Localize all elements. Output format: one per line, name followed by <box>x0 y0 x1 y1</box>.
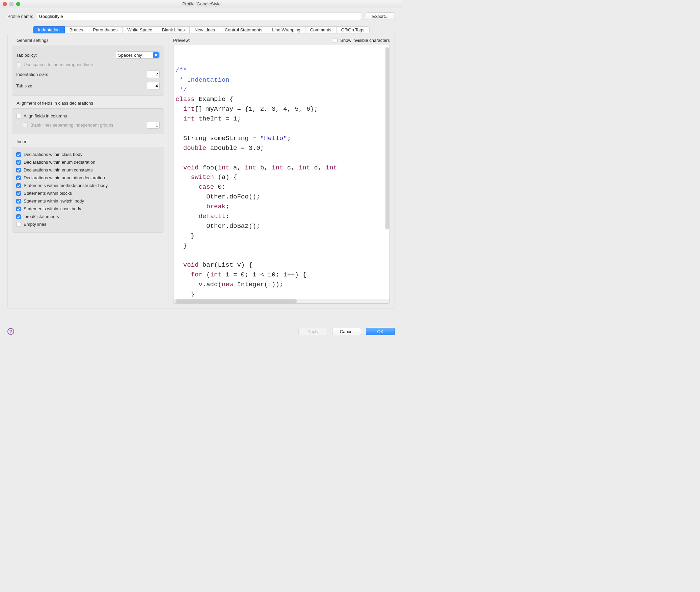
left-column: General settings Tab policy: Spaces only… <box>8 38 168 304</box>
tab-off-on-tags[interactable]: Off/On Tags <box>336 26 370 33</box>
indent-label: Empty lines <box>24 222 46 227</box>
show-invisible-checkbox[interactable] <box>333 38 338 43</box>
indent-item: 'break' statements <box>16 213 160 220</box>
tabstrip: IndentationBracesParenthesesWhite SpaceB… <box>7 26 395 33</box>
use-spaces-wrapped-checkbox <box>16 62 21 67</box>
indent-label: Statements within 'case' body <box>24 206 81 211</box>
alignment-title: Alignment of fields in class declaration… <box>12 101 164 108</box>
indent-item: Declarations within class body <box>16 151 160 158</box>
tab-white-space[interactable]: White Space <box>123 26 157 33</box>
preview-label: Preview: <box>173 38 190 43</box>
ok-button[interactable]: OK <box>366 328 395 335</box>
indent-checkbox[interactable] <box>16 183 21 188</box>
use-spaces-wrapped-label: Use spaces to indent wrapped lines <box>24 62 93 67</box>
tab-policy-select[interactable]: Spaces only <box>116 51 160 59</box>
tab-policy-value: Spaces only <box>118 53 142 58</box>
panel: General settings Tab policy: Spaces only… <box>7 33 395 309</box>
indent-checkbox[interactable] <box>16 191 21 196</box>
tab-braces[interactable]: Braces <box>65 26 88 33</box>
general-settings-group: Tab policy: Spaces only Use spaces to in… <box>12 46 164 96</box>
window-title: Profile 'GoogleStyle' <box>20 1 383 6</box>
minimize-icon <box>9 2 14 6</box>
tab-blank-lines[interactable]: Blank Lines <box>157 26 190 33</box>
tab-line-wrapping[interactable]: Line Wrapping <box>267 26 305 33</box>
general-settings-title: General settings <box>12 38 164 46</box>
vertical-scrollbar-thumb[interactable] <box>385 47 389 230</box>
indent-item: Statements within method/constructor bod… <box>16 182 160 189</box>
indent-label: Declarations within enum constants <box>24 167 93 172</box>
indent-item: Statements within blocks <box>16 189 160 197</box>
zoom-icon[interactable] <box>16 2 20 6</box>
alignment-group: Align fields in columns Blank lines sepa… <box>12 108 164 134</box>
show-invisible-label: Show invisible characters <box>340 38 390 43</box>
indent-checkbox[interactable] <box>16 214 21 219</box>
indent-checkbox[interactable] <box>16 176 21 180</box>
tab-size-input[interactable] <box>147 82 160 89</box>
right-column: Preview: Show invisible characters /** *… <box>168 38 395 304</box>
indent-checkbox[interactable] <box>16 199 21 204</box>
footer: ? Apply Cancel OK <box>0 323 402 340</box>
indent-size-input[interactable] <box>147 71 160 78</box>
indent-checkbox[interactable] <box>16 207 21 211</box>
export-button[interactable]: Export... <box>366 12 395 20</box>
profile-name-label: Profile name: <box>7 14 33 19</box>
indent-size-label: Indentation size: <box>16 72 48 77</box>
tab-size-label: Tab size: <box>16 83 33 88</box>
profile-name-row: Profile name: Export... <box>7 12 395 20</box>
indent-checkbox[interactable] <box>16 222 21 227</box>
indent-item: Declarations within annotation declarati… <box>16 174 160 182</box>
apply-button: Apply <box>298 328 327 335</box>
tab-indentation[interactable]: Indentation <box>33 26 64 33</box>
cancel-button[interactable]: Cancel <box>332 328 361 335</box>
indent-label: Statements within 'switch' body <box>24 198 84 204</box>
indent-item: Statements within 'switch' body <box>16 197 160 205</box>
indent-item: Statements within 'case' body <box>16 205 160 213</box>
tab-new-lines[interactable]: New Lines <box>190 26 220 33</box>
indent-label: 'break' statements <box>24 214 59 219</box>
tab-comments[interactable]: Comments <box>305 26 336 33</box>
indent-checkbox[interactable] <box>16 168 21 172</box>
align-fields-checkbox[interactable] <box>16 114 21 118</box>
indent-label: Statements within method/constructor bod… <box>24 183 108 188</box>
indent-item: Declarations within enum declaration <box>16 158 160 166</box>
blank-lines-checkbox <box>23 123 28 127</box>
profile-name-input[interactable] <box>37 12 361 20</box>
indent-label: Declarations within class body <box>24 152 82 157</box>
indent-label: Declarations within enum declaration <box>24 160 95 165</box>
blank-lines-label: Blank lines separating independent group… <box>30 123 114 128</box>
chevron-updown-icon <box>153 52 159 58</box>
indent-checkbox[interactable] <box>16 152 21 157</box>
close-icon[interactable] <box>3 2 7 6</box>
blank-lines-input <box>147 121 160 129</box>
align-fields-label: Align fields in columns <box>24 113 67 118</box>
indent-title: Indent <box>12 139 164 147</box>
indent-label: Statements within blocks <box>24 191 72 196</box>
horizontal-scrollbar[interactable] <box>173 299 389 303</box>
tab-control-statements[interactable]: Control Statements <box>220 26 267 33</box>
horizontal-scrollbar-thumb[interactable] <box>176 299 297 303</box>
titlebar: Profile 'GoogleStyle' <box>0 0 402 8</box>
indent-checkbox[interactable] <box>16 160 21 165</box>
indent-group: Declarations within class bodyDeclaratio… <box>12 147 164 233</box>
tab-parentheses[interactable]: Parentheses <box>88 26 123 33</box>
indent-item: Empty lines <box>16 220 160 228</box>
tab-policy-label: Tab policy: <box>16 53 37 58</box>
help-icon[interactable]: ? <box>7 328 14 335</box>
indent-item: Declarations within enum constants <box>16 166 160 174</box>
window-controls <box>3 2 20 6</box>
code-preview[interactable]: /** * Indentation */ class Example { int… <box>173 45 390 304</box>
indent-label: Declarations within annotation declarati… <box>24 175 105 180</box>
